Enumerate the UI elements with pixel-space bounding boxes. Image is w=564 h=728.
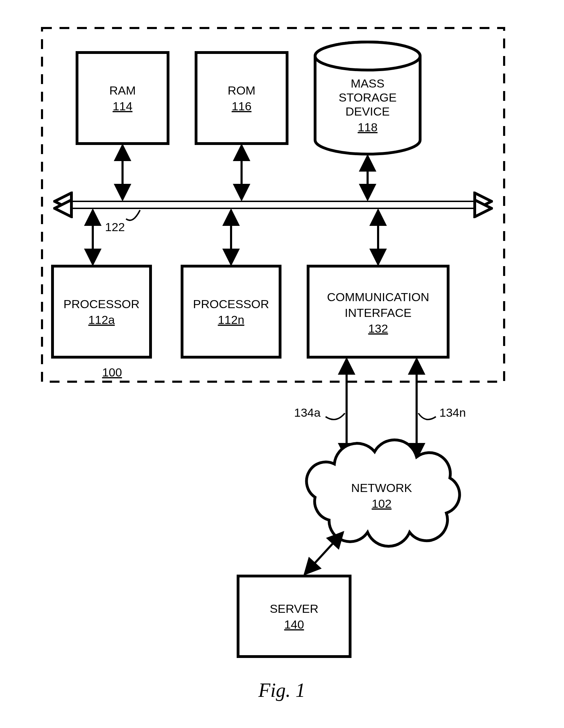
bus xyxy=(56,201,490,208)
svg-rect-7 xyxy=(182,266,280,357)
rom-block: ROM 116 xyxy=(196,53,287,144)
svg-point-3 xyxy=(315,42,420,70)
ram-block: RAM 114 xyxy=(77,53,168,144)
bus-ref: 122 xyxy=(105,220,125,234)
link-a-ref: 134a xyxy=(294,406,321,419)
bus-ref-leader xyxy=(126,210,140,220)
storage-l2: STORAGE xyxy=(339,91,397,104)
storage-l3: DEVICE xyxy=(346,105,390,118)
svg-rect-9 xyxy=(238,576,350,657)
svg-rect-1 xyxy=(196,53,287,144)
storage-ref: 118 xyxy=(358,120,378,134)
comm-ref: 132 xyxy=(368,322,388,335)
storage-l1: MASS xyxy=(351,77,384,90)
figure-1-diagram: RAM 114 ROM 116 MASS STORAGE DEVICE 118 … xyxy=(0,0,564,728)
server-block: SERVER 140 xyxy=(238,576,350,657)
system-ref: 100 xyxy=(102,366,122,379)
processor-a-block: PROCESSOR 112a xyxy=(53,266,151,357)
server-label: SERVER xyxy=(270,602,318,615)
server-ref: 140 xyxy=(284,618,304,631)
comm-l2: INTERFACE xyxy=(345,306,412,319)
leader-134n xyxy=(418,413,436,420)
link-n-ref: 134n xyxy=(439,406,466,419)
ram-label: RAM xyxy=(109,84,136,97)
network-label: NETWORK xyxy=(351,481,412,494)
comm-interface-block: COMMUNICATION INTERFACE 132 xyxy=(308,266,448,357)
mass-storage-block: MASS STORAGE DEVICE 118 xyxy=(315,42,420,154)
processor-n-block: PROCESSOR 112n xyxy=(182,266,280,357)
figure-caption: Fig. 1 xyxy=(258,679,305,701)
proc-n-label: PROCESSOR xyxy=(193,297,269,311)
rom-ref: 116 xyxy=(232,99,252,113)
leader-134a xyxy=(326,413,345,420)
svg-rect-6 xyxy=(53,266,151,357)
svg-rect-0 xyxy=(77,53,168,144)
conn-network-server xyxy=(305,532,343,574)
network-ref: 102 xyxy=(372,497,392,510)
rom-label: ROM xyxy=(228,84,255,97)
comm-l1: COMMUNICATION xyxy=(327,290,429,304)
ram-ref: 114 xyxy=(113,99,133,113)
proc-a-ref: 112a xyxy=(88,313,115,326)
network-cloud: NETWORK 102 xyxy=(307,440,460,546)
proc-n-ref: 112n xyxy=(218,313,244,326)
proc-a-label: PROCESSOR xyxy=(63,297,139,311)
